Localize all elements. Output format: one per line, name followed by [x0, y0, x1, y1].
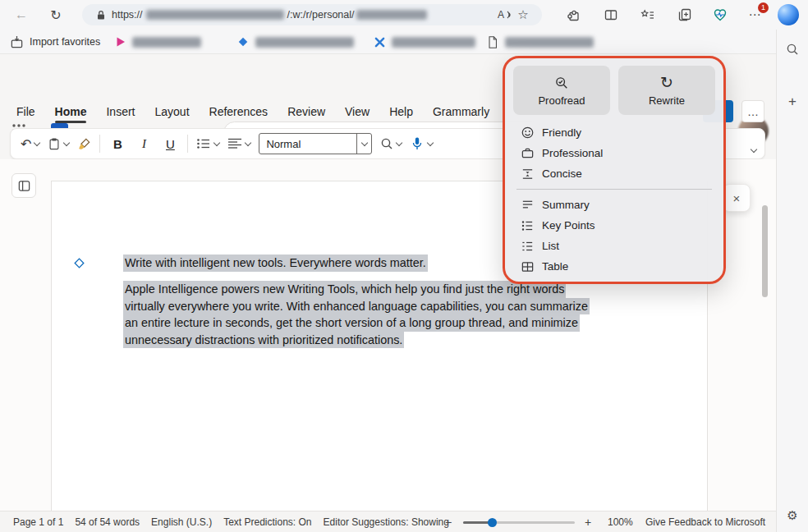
- close-button[interactable]: ×: [723, 184, 751, 212]
- status-page-count[interactable]: Page 1 of 1: [13, 516, 63, 528]
- redacted-favorite-title: [505, 37, 594, 48]
- collections-button[interactable]: [676, 6, 694, 24]
- selected-text-line[interactable]: unnecessary distractions with prioritize…: [123, 332, 404, 349]
- menu-item-label: Key Points: [542, 219, 595, 232]
- collections-icon: [677, 7, 692, 22]
- diamond-icon: [73, 257, 85, 269]
- align-split-button[interactable]: [227, 138, 250, 149]
- redacted-favorite-title: [132, 37, 201, 48]
- sidebar-settings-button[interactable]: ⚙: [784, 507, 801, 524]
- zoom-slider-thumb[interactable]: [488, 518, 497, 527]
- menu-item-list[interactable]: List: [513, 236, 715, 256]
- zoom-in-button[interactable]: +: [580, 511, 596, 532]
- bold-button[interactable]: B: [108, 137, 126, 151]
- sidebar-search-button[interactable]: [784, 41, 801, 57]
- browser-essentials-button[interactable]: [711, 6, 729, 24]
- divider: [99, 135, 100, 153]
- copilot-margin-icon[interactable]: [73, 257, 85, 269]
- import-favorites-button[interactable]: Import favorites: [10, 30, 100, 54]
- copilot-button[interactable]: [778, 4, 799, 25]
- menu-tab-review[interactable]: Review: [278, 97, 335, 126]
- menu-tab-references[interactable]: References: [200, 97, 278, 126]
- favorite-star-button[interactable]: ☆: [512, 7, 534, 22]
- read-aloud-button[interactable]: A: [498, 9, 512, 21]
- back-button[interactable]: ←: [11, 5, 31, 25]
- favorite-item[interactable]: [374, 30, 475, 54]
- rewrite-label: Rewrite: [649, 94, 685, 107]
- status-word-count[interactable]: 54 of 54 words: [75, 516, 140, 528]
- favorites-button[interactable]: [639, 6, 657, 24]
- paste-split-button[interactable]: [48, 136, 69, 151]
- split-screen-button[interactable]: [602, 6, 620, 24]
- navigation-pane-toggle-button[interactable]: [11, 173, 36, 198]
- lock-icon: [95, 9, 107, 21]
- italic-button[interactable]: I: [135, 137, 153, 151]
- import-favorites-label: Import favorites: [30, 36, 100, 48]
- feedback-link[interactable]: Give Feedback to Microsoft: [645, 516, 765, 528]
- status-editor-suggestions[interactable]: Editor Suggestions: Showing: [324, 516, 449, 528]
- bullets-split-button[interactable]: [196, 138, 219, 149]
- clipboard-icon: [48, 136, 61, 151]
- favorite-item[interactable]: [486, 30, 594, 54]
- menu-tab-view[interactable]: View: [335, 97, 379, 126]
- favorite-item[interactable]: [236, 30, 354, 54]
- menu-item-key-points[interactable]: Key Points: [513, 215, 715, 236]
- menu-tab-layout[interactable]: Layout: [145, 97, 199, 126]
- gear-icon: ⚙: [787, 508, 797, 523]
- style-dropdown[interactable]: Normal: [259, 133, 372, 154]
- underline-button[interactable]: U: [161, 137, 179, 151]
- read-aloud-icon: A: [498, 9, 504, 21]
- chevron-down-icon: [751, 146, 757, 153]
- menu-tab-help[interactable]: Help: [379, 97, 423, 126]
- ribbon-more-button[interactable]: …: [741, 100, 764, 122]
- zoom-level[interactable]: 100%: [608, 516, 633, 528]
- search-icon: [380, 137, 393, 150]
- favorite-site-icon: [374, 36, 386, 48]
- style-dropdown-arrow[interactable]: [356, 134, 371, 154]
- selected-text-line[interactable]: an entire lecture in seconds, get the sh…: [123, 314, 580, 332]
- microphone-icon: [410, 136, 425, 151]
- undo-split-button[interactable]: ↶: [21, 136, 39, 152]
- selected-text-line[interactable]: Write with intelligent new tools. Everyw…: [123, 255, 428, 272]
- status-bar: Page 1 of 1 54 of 54 words English (U.S.…: [0, 511, 776, 532]
- selected-text-line[interactable]: virtually everywhere you write. With enh…: [123, 298, 590, 315]
- zoom-slider-fill: [463, 521, 491, 524]
- menu-tab-insert[interactable]: Insert: [96, 97, 145, 126]
- sound-waves-icon: [507, 10, 512, 20]
- ribbon-overflow-button[interactable]: [751, 140, 756, 155]
- search-icon: [786, 43, 799, 56]
- writing-tools-popup: Proofread ↻ Rewrite Friendly Professiona…: [503, 56, 726, 284]
- url-path: /:w:/r/personal/: [287, 9, 355, 21]
- status-text-predictions[interactable]: Text Predictions: On: [223, 516, 311, 528]
- sidebar-add-button[interactable]: +: [784, 94, 801, 110]
- favorite-site-icon: [236, 35, 250, 48]
- back-icon: ←: [15, 7, 28, 22]
- menu-item-professional[interactable]: Professional: [513, 143, 715, 163]
- menu-item-friendly[interactable]: Friendly: [513, 122, 715, 143]
- proofread-button[interactable]: Proofread: [513, 66, 610, 115]
- star-icon: ☆: [517, 7, 528, 22]
- zoom-out-button[interactable]: −: [440, 511, 457, 532]
- extensions-button[interactable]: [565, 6, 583, 24]
- menu-item-label: List: [542, 240, 559, 252]
- menu-tab-grammarly[interactable]: Grammarly: [423, 97, 499, 126]
- status-language[interactable]: English (U.S.): [151, 516, 212, 528]
- address-bar[interactable]: https:// /:w:/r/personal/ A ☆: [82, 4, 542, 25]
- redacted-favorite-title: [392, 37, 475, 48]
- format-painter-button[interactable]: [77, 137, 91, 151]
- import-favorites-icon: [10, 35, 24, 49]
- menu-tab-file[interactable]: File: [7, 97, 45, 126]
- menu-item-table[interactable]: Table: [513, 256, 715, 277]
- refresh-button[interactable]: ↻: [46, 5, 66, 25]
- vertical-scrollbar-thumb[interactable]: [762, 205, 768, 297]
- menu-tab-home[interactable]: Home: [45, 97, 97, 126]
- menu-item-concise[interactable]: Concise: [513, 163, 715, 184]
- find-split-button[interactable]: [380, 137, 402, 150]
- align-icon: [227, 138, 242, 149]
- selected-text-line[interactable]: Apple Intelligence powers new Writing To…: [123, 281, 566, 298]
- dictate-split-button[interactable]: [410, 136, 433, 151]
- rewrite-button[interactable]: ↻ Rewrite: [618, 66, 715, 115]
- favorite-item[interactable]: [115, 30, 201, 54]
- document-paragraph: Apple Intelligence powers new Writing To…: [123, 281, 590, 348]
- menu-item-summary[interactable]: Summary: [513, 195, 715, 215]
